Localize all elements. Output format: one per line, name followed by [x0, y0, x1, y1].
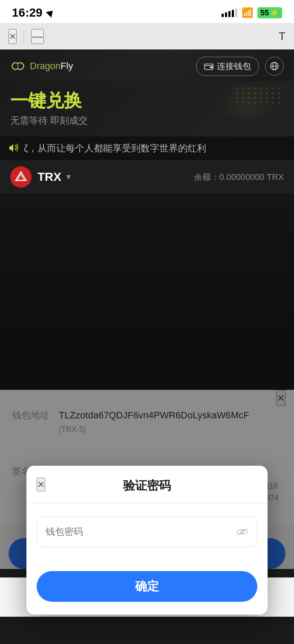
modal-header: × 验证密码: [26, 466, 268, 504]
logo-area: DragonFly: [10, 60, 73, 72]
header-banner: DragonFly 连接钱包: [0, 49, 294, 81]
token-info: TRX ▼: [10, 166, 72, 188]
dragonfly-logo-icon: [10, 60, 26, 72]
token-chevron-icon: ▼: [65, 173, 72, 182]
toggle-password-icon[interactable]: [236, 525, 248, 539]
status-bar: 16:29 📶 55 ⚡: [0, 0, 294, 23]
token-name: TRX ▼: [37, 170, 72, 184]
connect-wallet-button[interactable]: 连接钱包: [196, 57, 259, 76]
logo-text: DragonFly: [30, 61, 73, 72]
marquee-banner: ζ，从而让每个人都能享受到数字世界的红利: [0, 136, 294, 160]
token-icon: [10, 166, 32, 188]
marquee-text: ζ，从而让每个人都能享受到数字世界的红利: [24, 142, 206, 155]
signal-icon: [222, 9, 237, 17]
sound-icon: [9, 142, 19, 154]
token-section: TRX ▼ 余额：0.00000000 TRX: [0, 160, 294, 194]
hero-subtitle: 无需等待 即刻成交: [10, 114, 284, 127]
battery-bolt: ⚡: [270, 8, 279, 17]
wifi-icon: 📶: [242, 7, 253, 18]
modal-confirm-button[interactable]: 确定: [37, 571, 257, 602]
modal-confirm-label: 确定: [135, 578, 159, 595]
password-modal: × 验证密码 确定: [26, 466, 268, 615]
hero-section: 一键兑换 无需等待 即刻成交: [0, 81, 294, 136]
wallet-icon: [204, 62, 213, 70]
browser-close-button[interactable]: ×: [9, 29, 17, 44]
logo-fly: Fly: [61, 61, 73, 71]
browser-bar: × — T: [0, 23, 294, 49]
browser-tab-button[interactable]: T: [279, 30, 285, 43]
modal-container: × × 验证密码: [0, 390, 294, 569]
modal-title: 验证密码: [123, 478, 171, 494]
browser-minimize-button[interactable]: —: [31, 29, 44, 44]
token-balance: 余额：0.00000000 TRX: [194, 171, 284, 183]
hero-title: 一键兑换: [10, 89, 284, 113]
location-arrow-icon: [46, 8, 55, 18]
modal-body: [26, 504, 268, 559]
battery-level: 55: [260, 9, 269, 17]
password-input[interactable]: [46, 526, 236, 537]
header-actions: 连接钱包: [196, 57, 284, 76]
password-input-wrapper: [37, 516, 257, 547]
modal-close-button[interactable]: ×: [37, 478, 45, 491]
status-time: 16:29: [12, 6, 55, 20]
status-icons: 📶 55 ⚡: [222, 7, 282, 18]
svg-rect-2: [210, 67, 213, 68]
globe-icon: [270, 61, 279, 71]
token-symbol: TRX: [37, 170, 61, 184]
app-background: DragonFly 连接钱包: [0, 49, 294, 569]
dots-decoration: [236, 87, 281, 104]
connect-wallet-label: 连接钱包: [217, 61, 251, 72]
svg-marker-6: [16, 172, 26, 180]
time-display: 16:29: [12, 6, 43, 20]
logo-dragon: Dragon: [30, 61, 61, 71]
browser-divider: [23, 30, 24, 42]
language-button[interactable]: [265, 57, 284, 75]
battery-indicator: 55 ⚡: [257, 7, 282, 18]
